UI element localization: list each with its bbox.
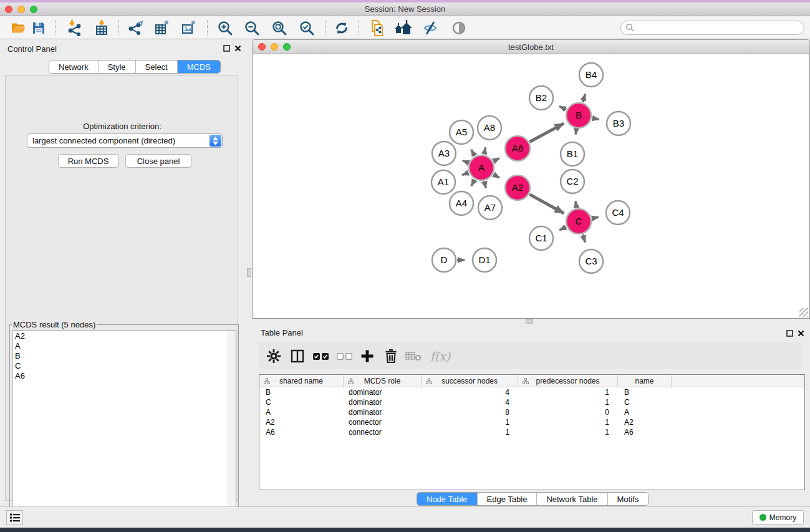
save-session-icon[interactable] [28, 19, 49, 37]
node-C1[interactable]: C1 [529, 226, 553, 250]
cell[interactable]: A6 [259, 428, 344, 437]
edge-A6-B[interactable] [529, 123, 564, 142]
select-all-columns-icon[interactable] [312, 347, 330, 365]
scrollbar-track[interactable] [228, 331, 236, 528]
export-table-icon[interactable] [152, 19, 173, 37]
edge-B-B4[interactable] [582, 94, 585, 102]
edge-C-C4[interactable] [592, 217, 598, 218]
edge-A-A6[interactable] [493, 158, 499, 162]
export-network-icon[interactable] [125, 19, 146, 37]
tab-edge-table[interactable]: Edge Table [478, 493, 538, 505]
tab-mcds[interactable]: MCDS [178, 60, 220, 73]
node-A4[interactable]: A4 [450, 191, 473, 215]
import-table-icon[interactable] [91, 19, 112, 37]
cell[interactable]: 1 [518, 398, 618, 407]
birds-eye-view-icon[interactable] [448, 19, 470, 37]
column-header-MCDS-role[interactable]: MCDS role [344, 375, 422, 387]
cell[interactable]: A [259, 408, 344, 417]
edge-A-A1[interactable] [462, 173, 468, 175]
function-builder-icon[interactable]: f(x) [427, 347, 454, 365]
tab-node-table[interactable]: Node Table [417, 493, 478, 505]
memory-button[interactable]: Memory [752, 510, 804, 525]
column-view-icon[interactable] [288, 347, 307, 365]
zoom-in-icon[interactable] [215, 19, 236, 37]
edge-A-A5[interactable] [471, 150, 475, 156]
column-header-successor-nodes[interactable]: successor nodes [422, 375, 518, 387]
tab-select[interactable]: Select [136, 60, 178, 73]
zoom-selected-icon[interactable] [296, 19, 317, 37]
network-graph[interactable]: B4B2BB3A8A5A6A3B1AC2A1A2A4A7C4CC1C3DD1 [253, 54, 809, 317]
edge-C-C1[interactable] [559, 227, 566, 230]
cell[interactable]: connector [344, 428, 422, 437]
mcds-result-item[interactable]: A [12, 341, 236, 351]
cell[interactable]: dominator [344, 408, 422, 417]
edge-A-A8[interactable] [484, 147, 485, 154]
float-panel-icon[interactable] [223, 45, 230, 52]
table-row[interactable]: A2connector11A2 [259, 417, 804, 427]
node-B3[interactable]: B3 [607, 112, 630, 135]
column-header-predecessor-nodes[interactable]: predecessor nodes [518, 375, 618, 387]
edge-A2-C[interactable] [529, 195, 564, 213]
home-icon[interactable] [393, 19, 414, 37]
node-C[interactable]: C [566, 209, 591, 234]
edge-C-C2[interactable] [576, 201, 577, 208]
run-mcds-button[interactable]: Run MCDS [58, 154, 118, 168]
tab-motifs[interactable]: Motifs [608, 493, 648, 505]
tab-network-table[interactable]: Network Table [537, 493, 607, 505]
column-header-shared-name[interactable]: shared name [259, 375, 344, 387]
node-A8[interactable]: A8 [478, 116, 501, 140]
export-image-icon[interactable] [178, 19, 200, 37]
cell[interactable]: B [259, 388, 344, 397]
node-B1[interactable]: B1 [561, 142, 584, 166]
cell[interactable]: A6 [618, 428, 672, 437]
edge-B-B1[interactable] [576, 129, 576, 135]
split-divider-handle[interactable] [247, 268, 251, 277]
split-divider-handle[interactable] [526, 319, 533, 324]
network-window-titlebar[interactable]: testGlobe.txt [252, 39, 810, 54]
node-C4[interactable]: C4 [606, 201, 630, 225]
deselect-all-columns-icon[interactable] [335, 347, 354, 365]
tab-style[interactable]: Style [99, 60, 136, 73]
open-session-icon[interactable] [8, 19, 29, 37]
table-row[interactable]: Cdominator41C [259, 397, 804, 407]
add-column-icon[interactable] [358, 347, 377, 365]
tab-network[interactable]: Network [49, 60, 99, 73]
close-panel-icon[interactable] [798, 330, 804, 337]
close-panel-icon[interactable] [234, 45, 241, 52]
mcds-result-item[interactable]: B [12, 351, 236, 361]
zoom-out-icon[interactable] [241, 19, 263, 37]
node-B4[interactable]: B4 [579, 63, 603, 87]
criterion-select[interactable]: largest connected component (directed) [27, 133, 223, 148]
refresh-view-icon[interactable] [331, 19, 352, 37]
node-A2[interactable]: A2 [505, 175, 530, 200]
cell[interactable]: 1 [518, 388, 618, 397]
node-C2[interactable]: C2 [561, 170, 584, 193]
cell[interactable]: C [618, 398, 672, 407]
node-B[interactable]: B [566, 103, 591, 128]
float-panel-icon[interactable] [786, 330, 793, 337]
mcds-result-item[interactable]: A6 [12, 371, 236, 381]
cell[interactable]: 1 [422, 418, 518, 427]
clone-network-icon[interactable] [367, 19, 388, 37]
node-A[interactable]: A [469, 155, 494, 180]
edge-A-A3[interactable] [463, 160, 469, 163]
mcds-result-list[interactable]: A2ABCA6 [12, 331, 236, 528]
import-network-icon[interactable] [64, 19, 85, 37]
table-row[interactable]: Bdominator41B [259, 387, 804, 397]
show-hide-graphics-details-icon[interactable] [420, 19, 441, 37]
edge-B-B3[interactable] [592, 118, 599, 119]
settings-gear-icon[interactable] [264, 347, 283, 365]
task-history-button[interactable] [6, 510, 23, 525]
edge-A-A4[interactable] [471, 180, 475, 186]
cell[interactable]: dominator [344, 398, 422, 407]
node-B2[interactable]: B2 [529, 86, 553, 110]
node-A3[interactable]: A3 [432, 142, 456, 165]
network-canvas[interactable]: B4B2BB3A8A5A6A3B1AC2A1A2A4A7C4CC1C3DD1 [252, 54, 810, 319]
table-row[interactable]: Adominator80A [259, 407, 804, 417]
cell[interactable]: dominator [344, 388, 422, 397]
cell[interactable]: A2 [618, 418, 672, 427]
cell[interactable]: B [618, 388, 672, 397]
edge-A-A2[interactable] [493, 175, 499, 178]
mcds-result-item[interactable]: A2 [12, 331, 236, 341]
edge-B-B2[interactable] [559, 107, 566, 110]
